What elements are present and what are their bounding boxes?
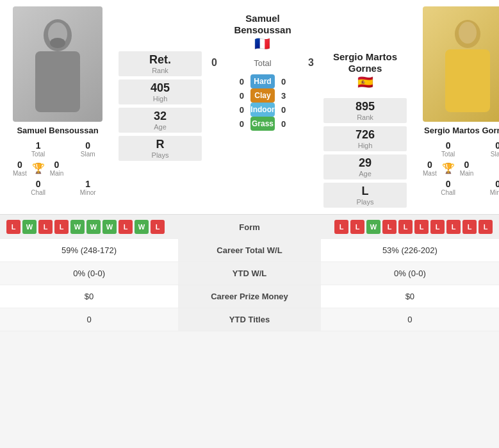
surface-right-score-1: 3	[278, 91, 290, 101]
left-plays-val: R	[119, 138, 202, 151]
player-comparison: Samuel Bensoussan 1 Total 0 Slam 0 Mast …	[0, 0, 499, 214]
left-slam-item: 0 Slam	[73, 140, 102, 158]
right-minor-label: Minor	[483, 189, 499, 196]
left-rank-val: Ret.	[119, 53, 202, 67]
left-trophy-row: 0 Mast 🏆 0 Main	[13, 160, 63, 177]
left-high-box: 405 High	[119, 79, 202, 104]
left-trophy-icon: 🏆	[32, 162, 45, 174]
svg-rect-1	[35, 51, 80, 112]
form-pill-4: L	[398, 220, 413, 234]
form-pill-9: L	[479, 220, 493, 234]
right-mast-value: 0	[423, 160, 437, 170]
surface-btn-hard[interactable]: Hard	[250, 74, 274, 88]
stat-left-0: 59% (248-172)	[0, 239, 178, 262]
stat-right-0: 53% (226-202)	[321, 239, 499, 262]
table-row: 0% (0-0) YTD W/L 0% (0-0)	[0, 262, 499, 285]
left-rank-box: Ret. Rank	[119, 51, 202, 76]
right-player-stats: 0 Total 0 Slam 0 Mast 🏆 0 Main	[423, 140, 499, 196]
stats-table: 59% (248-172) Career Total W/L 53% (226-…	[0, 239, 499, 331]
right-flag: 🇪🇸	[333, 74, 397, 90]
left-plays-label: Plays	[119, 151, 202, 159]
left-total-value: 1	[13, 140, 63, 151]
right-player-name: Sergio Martos Gornes	[424, 126, 499, 135]
left-rank-label: Rank	[119, 67, 202, 74]
main-container: Samuel Bensoussan 1 Total 0 Slam 0 Mast …	[0, 0, 499, 331]
stat-left-3: 0	[0, 308, 178, 331]
form-label: Form	[224, 222, 275, 232]
left-slam-value: 0	[73, 140, 102, 151]
form-pill-9: L	[151, 220, 165, 234]
left-chall-label: Chall	[13, 189, 63, 196]
left-main-label: Main	[50, 170, 64, 177]
surface-row-clay: 0 Clay 3	[236, 88, 289, 103]
right-main-label: Main	[460, 170, 474, 177]
stat-label-2: Career Prize Money	[178, 285, 321, 308]
form-pill-3: L	[382, 220, 397, 234]
total-header: 0 Total 3	[211, 57, 314, 69]
svg-point-6	[459, 22, 477, 44]
right-player-card: Sergio Martos Gornes 0 Total 0 Slam 0 Ma…	[416, 6, 499, 208]
surface-btn-clay[interactable]: Clay	[250, 88, 274, 103]
stat-label-0: Career Total W/L	[178, 239, 321, 262]
left-player-name-center: SamuelBensoussan	[234, 13, 291, 36]
right-rank-box: 895 Rank	[323, 98, 407, 123]
right-rank-val: 895	[323, 100, 407, 113]
left-mast-item: 0 Mast	[13, 160, 27, 177]
form-pill-2: L	[38, 220, 53, 234]
surface-left-score-1: 0	[236, 91, 247, 101]
table-row: 59% (248-172) Career Total W/L 53% (226-…	[0, 239, 499, 262]
stat-right-2: $0	[321, 285, 499, 308]
surface-rows: 0 Hard 0 0 Clay 3 0 Indoor 0 0 Grass 0	[236, 74, 289, 131]
form-pill-8: W	[135, 220, 149, 234]
form-pill-3: L	[54, 220, 69, 234]
right-chall-value: 0	[423, 179, 473, 189]
right-slam-label: Slam	[483, 151, 499, 158]
form-pill-1: W	[22, 220, 37, 234]
surface-right-score-3: 0	[278, 119, 290, 129]
right-total-item: 0 Total	[423, 140, 473, 158]
left-chall-value: 0	[13, 179, 63, 189]
right-plays-box: L Plays	[323, 183, 407, 208]
total-label: Total	[254, 58, 271, 68]
right-mast-label: Mast	[423, 170, 437, 177]
form-pill-7: L	[446, 220, 461, 234]
right-age-label: Age	[323, 170, 407, 178]
svg-rect-5	[445, 49, 490, 112]
left-minor-label: Minor	[73, 189, 102, 196]
form-pill-4: W	[70, 220, 85, 234]
stat-left-2: $0	[0, 285, 178, 308]
surface-btn-indoor[interactable]: Indoor	[250, 103, 274, 117]
right-total-score: 3	[308, 57, 314, 69]
surface-left-score-2: 0	[236, 105, 247, 115]
surface-btn-grass[interactable]: Grass	[250, 117, 274, 131]
table-row: 0 YTD Titles 0	[0, 308, 499, 331]
left-flag: 🇫🇷	[234, 36, 291, 51]
surface-row-hard: 0 Hard 0	[236, 74, 289, 88]
right-age-box: 29 Age	[323, 154, 407, 179]
surface-panel: SamuelBensoussan 🇫🇷 0 Total 3 0 Hard 0 0…	[211, 6, 314, 208]
left-mast-value: 0	[13, 160, 27, 170]
right-chall-item: 0 Chall	[423, 179, 473, 196]
left-player-photo	[13, 6, 102, 122]
surface-row-grass: 0 Grass 0	[236, 117, 289, 131]
right-plays-label: Plays	[323, 198, 407, 206]
stat-left-1: 0% (0-0)	[0, 262, 178, 285]
form-pill-1: L	[350, 220, 364, 234]
right-high-box: 726 High	[323, 126, 407, 151]
left-player-card: Samuel Bensoussan 1 Total 0 Slam 0 Mast …	[6, 6, 109, 208]
right-minor-value: 0	[483, 179, 499, 189]
left-age-val: 32	[119, 110, 202, 123]
form-pill-6: L	[430, 220, 445, 234]
left-total-label: Total	[13, 151, 63, 158]
right-total-label: Total	[423, 151, 473, 158]
left-chall-item: 0 Chall	[13, 179, 63, 196]
form-pill-8: L	[462, 220, 477, 234]
form-pill-5: L	[414, 220, 429, 234]
stat-label-1: YTD W/L	[178, 262, 321, 285]
right-minor-item: 0 Minor	[483, 179, 499, 196]
form-pill-2: W	[366, 220, 380, 234]
right-main-item: 0 Main	[460, 160, 474, 177]
form-section: LWLLWWWLWL Form LLWLLLLLLL	[0, 214, 499, 239]
left-player-stats: 1 Total 0 Slam 0 Mast 🏆 0 Main	[13, 140, 102, 196]
right-trophy-icon: 🏆	[442, 162, 455, 174]
